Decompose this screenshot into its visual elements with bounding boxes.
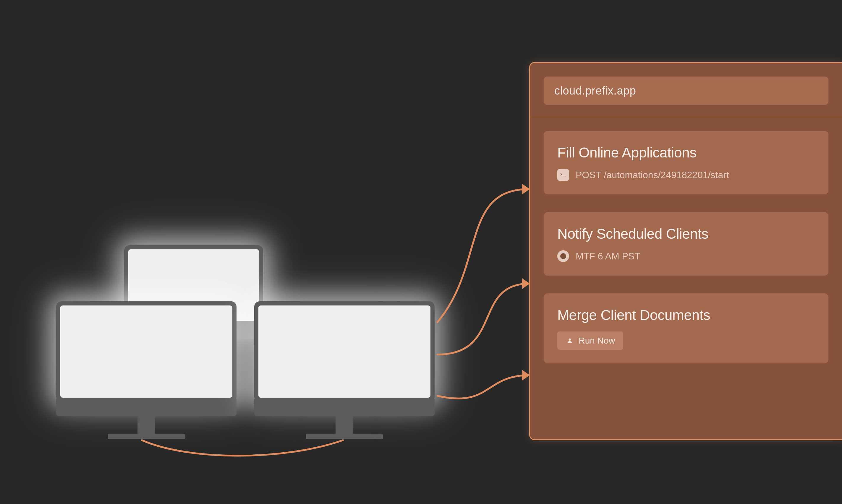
card-meta-text: MTF 6 AM PST — [576, 251, 641, 262]
automation-card-merge-documents[interactable]: Merge Client Documents Run Now — [544, 293, 828, 363]
cloud-panel: cloud.prefix.app Fill Online Application… — [529, 62, 842, 440]
arrowhead-icon — [522, 278, 530, 289]
monitor-left — [56, 301, 236, 439]
card-title: Fill Online Applications — [557, 144, 815, 161]
terminal-icon — [557, 169, 569, 181]
cloud-url-text: cloud.prefix.app — [554, 85, 636, 97]
automation-card-notify-clients[interactable]: Notify Scheduled Clients MTF 6 AM PST — [544, 212, 828, 276]
card-title: Merge Client Documents — [557, 307, 815, 323]
card-title: Notify Scheduled Clients — [557, 226, 815, 242]
card-meta-text: POST /automations/249182201/start — [576, 169, 729, 180]
run-now-label: Run Now — [579, 336, 615, 346]
arrowhead-icon — [522, 370, 530, 380]
run-now-button[interactable]: Run Now — [557, 331, 623, 350]
clock-icon — [557, 250, 569, 262]
monitor-cluster — [56, 245, 440, 446]
arrowhead-icon — [522, 184, 530, 194]
cloud-url-bar[interactable]: cloud.prefix.app — [544, 76, 828, 105]
automation-card-fill-applications[interactable]: Fill Online Applications POST /automatio… — [544, 131, 828, 194]
monitor-right — [254, 301, 435, 439]
person-icon — [565, 337, 574, 345]
